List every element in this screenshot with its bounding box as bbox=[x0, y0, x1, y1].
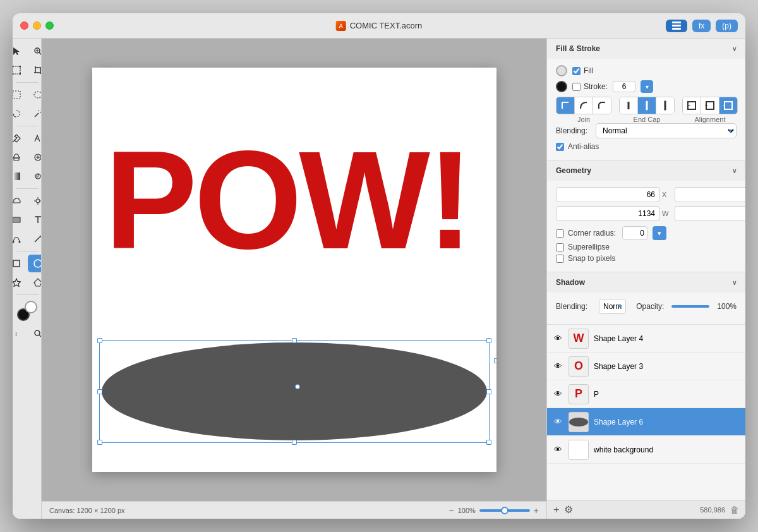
star-tool[interactable] bbox=[13, 274, 27, 291]
layer-name-6: Shape Layer 6 bbox=[594, 418, 740, 426]
bezier-path-tool[interactable] bbox=[13, 230, 27, 248]
zoom-slider[interactable] bbox=[479, 509, 530, 512]
background-color[interactable] bbox=[25, 301, 37, 313]
blending-select[interactable]: Normal Multiply Screen bbox=[596, 123, 737, 138]
stroke-checkbox-label[interactable]: Stroke: bbox=[572, 82, 608, 91]
cloud-shape-tool[interactable] bbox=[13, 192, 27, 210]
ellipse-layer[interactable] bbox=[102, 342, 487, 440]
gradient-tool[interactable] bbox=[13, 167, 27, 185]
align-inside-btn[interactable] bbox=[683, 97, 701, 114]
center-handle[interactable] bbox=[295, 384, 300, 389]
stroke-color-swatch[interactable] bbox=[556, 81, 567, 92]
ellipse-select-tool[interactable] bbox=[28, 86, 42, 104]
layer-eye-p[interactable]: 👁 bbox=[552, 389, 563, 400]
magic-wand-tool[interactable] bbox=[28, 105, 42, 123]
smudge-tool[interactable] bbox=[28, 167, 42, 185]
handle-br[interactable] bbox=[486, 440, 491, 445]
layer-item-shape-layer-3[interactable]: 👁 O Shape Layer 3 bbox=[547, 353, 745, 380]
h-input[interactable] bbox=[675, 206, 745, 221]
canvas-surface[interactable]: POW! bbox=[92, 68, 496, 472]
pen-tool[interactable] bbox=[13, 130, 27, 147]
blending-select-wrapper: Normal Multiply Screen bbox=[596, 123, 737, 138]
handle-tr[interactable] bbox=[486, 338, 491, 343]
shadow-header[interactable]: Shadow ∨ bbox=[547, 272, 745, 293]
p-button[interactable]: (p) bbox=[716, 20, 738, 32]
stroke-checkbox[interactable] bbox=[572, 83, 581, 91]
join-round-btn[interactable] bbox=[575, 97, 593, 114]
layer-settings-button[interactable]: ⚙ bbox=[564, 504, 573, 516]
cap-butt-btn[interactable] bbox=[620, 97, 638, 114]
polygon-tool[interactable] bbox=[28, 274, 42, 291]
shadow-blending-select[interactable]: Normal bbox=[599, 299, 626, 314]
ellipse-draw-tool[interactable] bbox=[28, 255, 42, 272]
layer-item-shape-layer-4[interactable]: 👁 W Shape Layer 4 bbox=[547, 325, 745, 353]
bucket-tool[interactable] bbox=[13, 148, 27, 166]
fill-checkbox-label[interactable]: Fill bbox=[572, 66, 593, 75]
transform-tool[interactable] bbox=[13, 61, 27, 79]
rect-shape-tool[interactable] bbox=[13, 211, 27, 229]
layer-eye-bg[interactable]: 👁 bbox=[552, 444, 563, 456]
zoom-tool[interactable] bbox=[28, 42, 42, 60]
layer-item-white-background[interactable]: 👁 white background bbox=[547, 436, 745, 464]
join-bevel-btn[interactable] bbox=[593, 97, 611, 114]
corner-radius-dropdown[interactable]: ▾ bbox=[653, 226, 666, 240]
x-input[interactable] bbox=[556, 187, 659, 202]
corner-radius-checkbox[interactable] bbox=[556, 229, 564, 238]
layer-eye-4[interactable]: 👁 bbox=[552, 333, 563, 344]
fill-stroke-header[interactable]: Fill & Stroke ∨ bbox=[547, 39, 745, 59]
rect-select-tool[interactable] bbox=[13, 86, 27, 104]
stroke-dropdown[interactable]: ▾ bbox=[641, 80, 653, 93]
y-input[interactable] bbox=[675, 187, 745, 202]
align-center-btn[interactable] bbox=[701, 97, 719, 114]
canvas-wrapper[interactable]: POW! bbox=[42, 39, 546, 501]
swap-colors[interactable]: ↕ bbox=[13, 325, 27, 342]
superellipse-checkbox[interactable] bbox=[556, 243, 564, 251]
cap-square-btn[interactable] bbox=[656, 97, 674, 114]
geometry-header[interactable]: Geometry ∨ bbox=[547, 160, 745, 181]
sun-tool[interactable] bbox=[28, 192, 42, 210]
layer-item-p[interactable]: 👁 P P bbox=[547, 380, 745, 408]
join-miter-btn[interactable] bbox=[556, 97, 575, 114]
fill-checkbox[interactable] bbox=[572, 67, 581, 75]
handle-mr[interactable] bbox=[486, 389, 491, 394]
type-on-path-tool[interactable] bbox=[28, 130, 42, 147]
svg-point-41 bbox=[18, 241, 20, 243]
fx-button[interactable]: fx bbox=[692, 20, 711, 32]
rect-draw-tool[interactable] bbox=[13, 255, 27, 272]
canvas-size-label: Canvas: 1200 × 1200 px bbox=[49, 507, 125, 514]
layer-count: 580,986 bbox=[700, 506, 725, 514]
zoom-magnifier[interactable] bbox=[28, 325, 42, 342]
zoom-thumb[interactable] bbox=[501, 507, 508, 514]
lasso-tool[interactable] bbox=[13, 105, 27, 123]
handle-tl[interactable] bbox=[97, 338, 102, 343]
layer-item-shape-layer-6[interactable]: 👁 Shape Layer 6 bbox=[547, 408, 745, 436]
anti-alias-checkbox[interactable] bbox=[556, 143, 564, 151]
opacity-slider[interactable] bbox=[671, 305, 709, 308]
text-tool[interactable] bbox=[28, 211, 42, 229]
minimize-button[interactable] bbox=[33, 21, 41, 30]
zoom-minus-icon[interactable]: − bbox=[448, 505, 454, 516]
layer-eye-6[interactable]: 👁 bbox=[552, 416, 563, 428]
align-outside-btn[interactable] bbox=[719, 97, 737, 114]
delete-layer-button[interactable]: 🗑 bbox=[730, 505, 739, 515]
fill-color-swatch[interactable] bbox=[556, 65, 567, 76]
arrow-tool[interactable] bbox=[13, 42, 27, 60]
stroke-value-input[interactable] bbox=[613, 81, 635, 92]
line-tool[interactable] bbox=[28, 230, 42, 248]
w-input[interactable] bbox=[556, 206, 659, 221]
handle-canvas-edge[interactable] bbox=[494, 358, 496, 363]
superellipse-row: Superellipse bbox=[556, 243, 737, 251]
healing-tool[interactable] bbox=[28, 148, 42, 166]
close-button[interactable] bbox=[20, 21, 28, 30]
handle-bm[interactable] bbox=[292, 440, 297, 445]
layers-panel-button[interactable] bbox=[666, 20, 687, 32]
layer-eye-3[interactable]: 👁 bbox=[552, 361, 563, 372]
corner-radius-input[interactable] bbox=[622, 226, 647, 240]
cap-round-btn[interactable] bbox=[638, 97, 656, 114]
add-layer-button[interactable]: + bbox=[553, 504, 559, 516]
snap-to-pixels-checkbox[interactable] bbox=[556, 255, 564, 263]
fullscreen-button[interactable] bbox=[45, 21, 54, 30]
zoom-plus-icon[interactable]: + bbox=[534, 505, 539, 516]
crop-tool[interactable] bbox=[28, 61, 42, 79]
handle-bl[interactable] bbox=[97, 440, 102, 445]
